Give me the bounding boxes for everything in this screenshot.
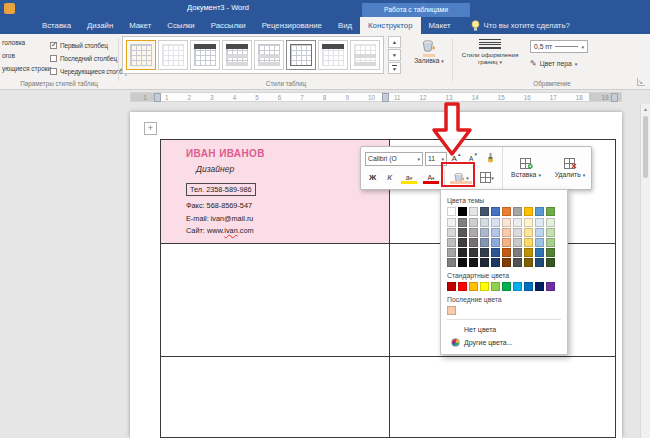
color-swatch[interactable] — [447, 258, 456, 267]
color-swatch[interactable] — [491, 228, 500, 237]
color-swatch[interactable] — [491, 248, 500, 257]
color-swatch[interactable] — [546, 228, 555, 237]
color-swatch[interactable] — [513, 218, 522, 227]
color-swatch[interactable] — [469, 282, 478, 291]
borders-button[interactable]: ▾ — [476, 170, 498, 185]
color-swatch[interactable] — [513, 228, 522, 237]
scrollbar-thumb[interactable] — [643, 116, 648, 178]
color-swatch[interactable] — [524, 258, 533, 267]
color-swatch[interactable] — [447, 238, 456, 247]
gallery-more-button[interactable]: ▼ — [388, 62, 401, 74]
tab-design[interactable]: Дизайн — [79, 17, 121, 34]
tab-review[interactable]: Рецензирование — [254, 17, 330, 34]
color-swatch[interactable] — [469, 218, 478, 227]
color-swatch[interactable] — [458, 218, 467, 227]
pen-weight-combo[interactable]: 0,5 пт ▾ — [530, 40, 588, 53]
color-swatch[interactable] — [546, 258, 555, 267]
italic-button[interactable]: К — [382, 170, 397, 185]
insert-button[interactable]: Вставка▾ — [505, 149, 547, 187]
scrollbar-up-arrow[interactable]: ▲ — [641, 106, 650, 112]
color-swatch[interactable] — [513, 258, 522, 267]
color-swatch[interactable] — [469, 238, 478, 247]
color-swatch[interactable] — [524, 228, 533, 237]
table-style-thumb[interactable] — [286, 40, 316, 70]
color-swatch[interactable] — [480, 228, 489, 237]
table-style-thumb[interactable] — [350, 40, 380, 70]
horizontal-ruler[interactable]: 1 123456789101112131415161718 19 — [130, 92, 622, 102]
more-colors-item[interactable]: Другие цвета... — [447, 336, 561, 349]
color-swatch[interactable] — [502, 218, 511, 227]
color-swatch[interactable] — [480, 218, 489, 227]
option-label-cut[interactable]: ующиеся строки — [2, 65, 51, 78]
color-swatch[interactable] — [458, 282, 467, 291]
color-swatch[interactable] — [480, 258, 489, 267]
tellme-search[interactable]: Что вы хотите сделать? — [471, 17, 570, 34]
color-swatch[interactable] — [524, 207, 533, 216]
tab-table-layout[interactable]: Макет — [421, 17, 459, 34]
checkbox-first-column[interactable]: Первый столбец — [50, 39, 108, 51]
color-swatch[interactable] — [458, 258, 467, 267]
font-color-button[interactable]: А ▾ — [421, 170, 441, 185]
option-label-cut[interactable]: головка — [2, 39, 51, 52]
table-style-thumb[interactable] — [222, 40, 252, 70]
color-swatch[interactable] — [447, 282, 456, 291]
color-swatch[interactable] — [502, 228, 511, 237]
color-swatch[interactable] — [535, 258, 544, 267]
color-swatch[interactable] — [458, 238, 467, 247]
ruler-column-marker[interactable] — [382, 93, 389, 102]
table-style-thumb[interactable] — [254, 40, 284, 70]
color-swatch[interactable] — [469, 248, 478, 257]
color-swatch[interactable] — [447, 228, 456, 237]
vertical-scrollbar[interactable]: ▲ — [640, 104, 650, 438]
color-swatch[interactable] — [524, 248, 533, 257]
shading-button[interactable]: Заливка ▾ — [406, 36, 452, 78]
color-swatch[interactable] — [480, 248, 489, 257]
tab-references[interactable]: Ссылки — [159, 17, 202, 34]
table-style-thumb[interactable] — [318, 40, 348, 70]
color-swatch[interactable] — [502, 282, 511, 291]
ruler-column-marker[interactable] — [154, 93, 161, 102]
color-swatch[interactable] — [458, 228, 467, 237]
format-painter-button[interactable] — [483, 151, 498, 166]
color-swatch[interactable] — [458, 207, 467, 216]
color-swatch[interactable] — [513, 282, 522, 291]
delete-button[interactable]: Удалить▾ — [549, 149, 591, 187]
color-swatch[interactable] — [535, 228, 544, 237]
ruler-column-marker[interactable] — [611, 93, 618, 102]
color-swatch[interactable] — [535, 207, 544, 216]
color-swatch[interactable] — [513, 238, 522, 247]
pen-color-button[interactable]: ✎ Цвет пера ▾ — [530, 59, 577, 68]
color-swatch[interactable] — [447, 248, 456, 257]
tab-view[interactable]: Вид — [330, 17, 360, 34]
color-swatch[interactable] — [546, 207, 555, 216]
color-swatch[interactable] — [491, 207, 500, 216]
highlight-color-button[interactable]: а ▾ — [399, 170, 419, 185]
color-swatch[interactable] — [546, 282, 555, 291]
color-swatch[interactable] — [546, 218, 555, 227]
color-swatch[interactable] — [513, 207, 522, 216]
color-swatch[interactable] — [535, 238, 544, 247]
border-styles-button[interactable]: Стили оформления границ ▾ — [458, 36, 522, 78]
color-swatch[interactable] — [447, 218, 456, 227]
color-swatch[interactable] — [491, 218, 500, 227]
color-swatch[interactable] — [524, 282, 533, 291]
color-swatch[interactable] — [546, 248, 555, 257]
color-swatch[interactable] — [502, 238, 511, 247]
color-swatch[interactable] — [535, 248, 544, 257]
color-swatch[interactable] — [480, 238, 489, 247]
table-move-handle[interactable]: + — [144, 122, 157, 135]
app-icon[interactable] — [4, 3, 15, 14]
color-swatch[interactable] — [491, 258, 500, 267]
color-swatch[interactable] — [535, 218, 544, 227]
color-swatch[interactable] — [502, 207, 511, 216]
color-swatch[interactable] — [524, 218, 533, 227]
color-swatch[interactable] — [469, 207, 478, 216]
table-style-thumb[interactable] — [158, 40, 188, 70]
tab-mailings[interactable]: Рассылки — [203, 17, 254, 34]
color-swatch[interactable] — [480, 282, 489, 291]
color-swatch[interactable] — [546, 238, 555, 247]
tab-insert[interactable]: Вставка — [34, 17, 79, 34]
color-swatch[interactable] — [513, 248, 522, 257]
table-style-thumb[interactable] — [126, 40, 156, 70]
color-swatch[interactable] — [524, 238, 533, 247]
